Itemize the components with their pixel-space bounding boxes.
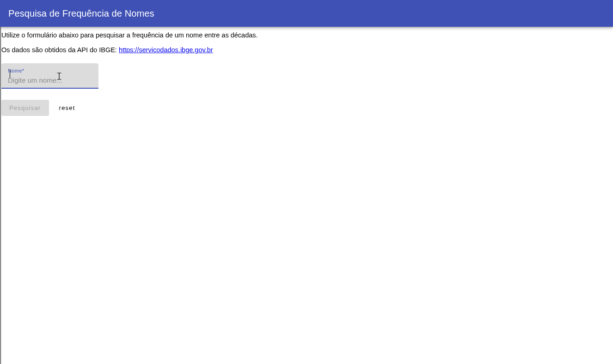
form-buttons: Pesquisar reset	[1, 100, 612, 116]
name-field-wrapper[interactable]: Nome*	[1, 63, 98, 89]
app-header: Pesquisa de Frequência de Nomes	[0, 0, 613, 27]
source-prefix: Os dados são obtidos da API do IBGE:	[1, 46, 119, 54]
input-caret	[10, 70, 10, 78]
window-left-edge	[0, 0, 1, 364]
search-button[interactable]: Pesquisar	[1, 100, 49, 116]
main-content: Utilize o formulário abaixo para pesquis…	[0, 27, 613, 116]
page-title: Pesquisa de Frequência de Nomes	[8, 8, 154, 19]
reset-button[interactable]: reset	[55, 100, 79, 116]
name-input[interactable]	[8, 74, 92, 89]
source-link[interactable]: https://servicodados.ibge.gov.br	[119, 46, 213, 54]
intro-description: Utilize o formulário abaixo para pesquis…	[1, 30, 612, 40]
required-asterisk: *	[22, 68, 25, 73]
name-field-label: Nome*	[8, 68, 92, 73]
source-line: Os dados são obtidos da API do IBGE: htt…	[1, 45, 612, 55]
